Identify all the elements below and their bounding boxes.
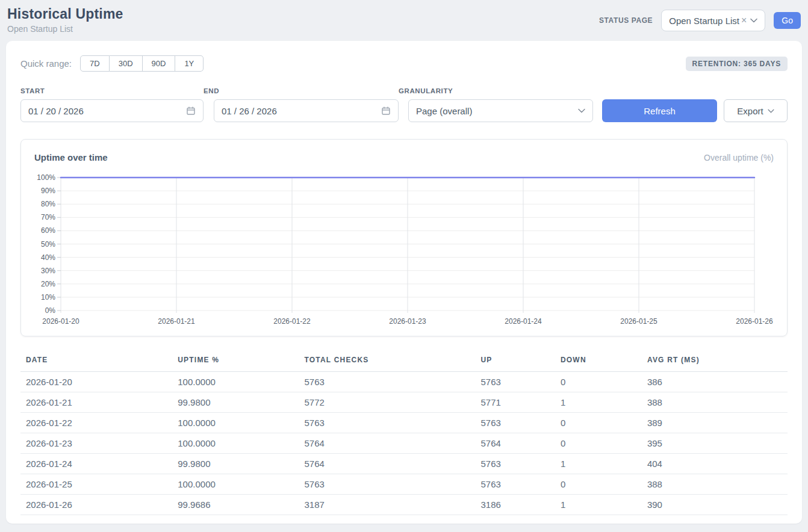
table-header-cell: AVG RT (MS) <box>642 351 788 372</box>
cell-avg-rt: 388 <box>642 474 788 495</box>
start-date-field: START 01 / 20 / 2026 <box>20 87 204 122</box>
table-header-row: DATEUPTIME %TOTAL CHECKSUPDOWNAVG RT (MS… <box>20 351 788 372</box>
cell-down: 0 <box>555 433 642 454</box>
svg-text:10%: 10% <box>41 293 55 302</box>
svg-text:30%: 30% <box>41 267 55 275</box>
top-bar: Historical Uptime Open Startup List STAT… <box>6 0 802 41</box>
start-date-input[interactable]: 01 / 20 / 2026 <box>20 99 204 122</box>
cell-down: 0 <box>555 413 642 433</box>
cell-down: 0 <box>555 372 642 392</box>
svg-text:20%: 20% <box>41 280 55 288</box>
quick-range-button[interactable]: 90D <box>143 55 176 72</box>
svg-text:2026-01-22: 2026-01-22 <box>273 317 311 326</box>
end-date-label: END <box>204 87 399 94</box>
status-page-selected-value: Open Startup List <box>669 16 739 26</box>
cell-total-checks: 5763 <box>299 372 475 392</box>
end-date-input[interactable]: 01 / 26 / 2026 <box>214 99 399 122</box>
go-button[interactable]: Go <box>774 12 801 29</box>
cell-uptime-pct: 99.9800 <box>172 392 299 413</box>
table-row: 2026-01-24 99.9800 5764 5763 1 404 <box>20 454 788 474</box>
cell-total-checks: 5764 <box>299 454 475 474</box>
end-date-value: 01 / 26 / 2026 <box>222 106 277 116</box>
svg-text:80%: 80% <box>41 200 55 208</box>
cell-total-checks: 5763 <box>299 413 475 433</box>
granularity-select[interactable]: Page (overall) <box>408 99 593 122</box>
svg-text:2026-01-25: 2026-01-25 <box>620 317 657 326</box>
quick-range-button[interactable]: 7D <box>80 55 110 72</box>
table-row: 2026-01-21 99.9800 5772 5771 1 388 <box>20 392 788 413</box>
clear-icon[interactable]: × <box>741 15 747 26</box>
cell-avg-rt: 389 <box>642 413 788 433</box>
svg-text:2026-01-24: 2026-01-24 <box>505 317 542 326</box>
quick-range-button[interactable]: 1Y <box>175 55 204 72</box>
calendar-icon[interactable] <box>186 106 196 116</box>
page-subtitle: Open Startup List <box>7 24 123 34</box>
main-panel: Quick range: 7D30D90D1Y RETENTION: 365 D… <box>6 41 802 524</box>
table-row: 2026-01-23 100.0000 5764 5764 0 395 <box>20 433 788 454</box>
svg-text:2026-01-21: 2026-01-21 <box>158 317 195 326</box>
end-date-field: END 01 / 26 / 2026 <box>204 87 399 122</box>
svg-text:0%: 0% <box>45 306 56 315</box>
svg-text:2026-01-20: 2026-01-20 <box>42 317 79 326</box>
cell-total-checks: 5763 <box>299 474 475 495</box>
cell-date: 2026-01-22 <box>20 413 172 433</box>
cell-down: 0 <box>555 474 642 495</box>
cell-date: 2026-01-23 <box>20 433 172 454</box>
cell-uptime-pct: 99.9686 <box>172 495 299 515</box>
table-row: 2026-01-20 100.0000 5763 5763 0 386 <box>20 372 788 392</box>
table-header-cell: TOTAL CHECKS <box>299 351 475 372</box>
svg-text:2026-01-23: 2026-01-23 <box>389 317 426 326</box>
cell-avg-rt: 388 <box>642 392 788 413</box>
svg-text:60%: 60% <box>41 226 55 235</box>
chart-legend: Overall uptime (%) <box>704 153 774 162</box>
quick-range-button[interactable]: 30D <box>110 55 143 72</box>
table-body: 2026-01-20 100.0000 5763 5763 0 386 2026… <box>20 372 788 515</box>
cell-avg-rt: 404 <box>642 454 788 474</box>
quick-range-group: 7D30D90D1Y <box>80 55 204 72</box>
chevron-down-icon <box>768 109 774 113</box>
cell-down: 1 <box>555 454 642 474</box>
export-button-label: Export <box>737 106 763 116</box>
refresh-button[interactable]: Refresh <box>602 99 717 122</box>
cell-up: 5763 <box>475 474 555 495</box>
cell-total-checks: 5764 <box>299 433 475 454</box>
table-header-cell: UP <box>475 351 555 372</box>
chart-title: Uptime over time <box>34 152 108 162</box>
cell-avg-rt: 390 <box>642 495 788 515</box>
table-header-cell: UPTIME % <box>172 351 299 372</box>
start-date-value: 01 / 20 / 2026 <box>28 106 84 116</box>
uptime-line-chart: 2026-01-202026-01-212026-01-222026-01-23… <box>34 171 774 327</box>
calendar-icon[interactable] <box>381 106 391 116</box>
cell-date: 2026-01-21 <box>20 392 172 413</box>
start-date-label: START <box>20 87 204 94</box>
cell-uptime-pct: 100.0000 <box>172 413 299 433</box>
svg-text:40%: 40% <box>41 253 55 262</box>
export-button[interactable]: Export <box>724 99 788 122</box>
table-row: 2026-01-22 100.0000 5763 5763 0 389 <box>20 413 788 433</box>
historical-uptime-page: Historical Uptime Open Startup List STAT… <box>0 0 808 524</box>
uptime-table: DATEUPTIME %TOTAL CHECKSUPDOWNAVG RT (MS… <box>20 351 788 515</box>
retention-badge: RETENTION: 365 DAYS <box>686 57 788 71</box>
cell-avg-rt: 395 <box>642 433 788 454</box>
quick-range-row: Quick range: 7D30D90D1Y RETENTION: 365 D… <box>20 55 788 72</box>
granularity-label: GRANULARITY <box>399 87 593 94</box>
cell-down: 1 <box>555 392 642 413</box>
granularity-field: GRANULARITY Page (overall) <box>399 87 593 122</box>
cell-date: 2026-01-24 <box>20 454 172 474</box>
cell-uptime-pct: 100.0000 <box>172 433 299 454</box>
cell-up: 5771 <box>475 392 555 413</box>
page-titles: Historical Uptime Open Startup List <box>7 6 123 34</box>
cell-up: 5764 <box>475 433 555 454</box>
granularity-selected-value: Page (overall) <box>416 106 472 116</box>
status-page-select[interactable]: Open Startup List × <box>661 10 765 31</box>
cell-up: 5763 <box>475 372 555 392</box>
page-title: Historical Uptime <box>7 6 123 22</box>
svg-text:100%: 100% <box>37 173 55 182</box>
cell-avg-rt: 386 <box>642 372 788 392</box>
svg-text:2026-01-26: 2026-01-26 <box>736 317 773 326</box>
filters-row: START 01 / 20 / 2026 END 01 / 26 / 2026 <box>20 87 788 122</box>
cell-up: 5763 <box>475 454 555 474</box>
cell-date: 2026-01-26 <box>20 495 172 515</box>
cell-date: 2026-01-20 <box>20 372 172 392</box>
cell-up: 5763 <box>475 413 555 433</box>
